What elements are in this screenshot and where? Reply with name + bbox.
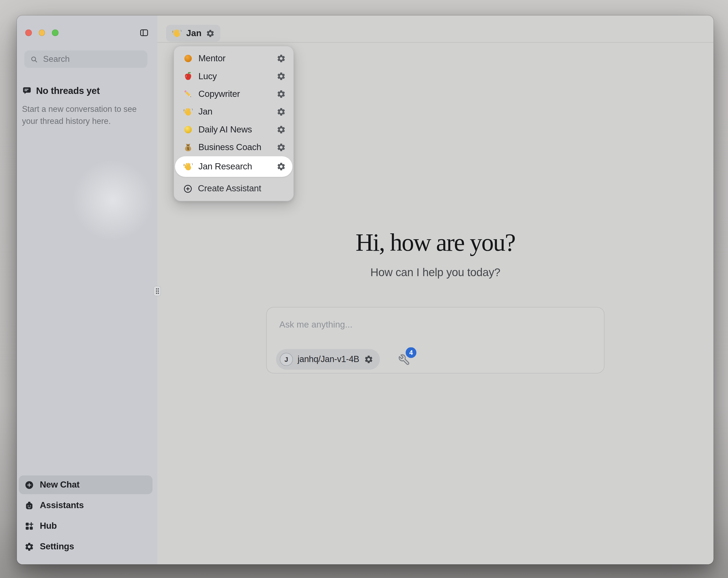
sidebar-resize-handle[interactable] <box>154 286 161 296</box>
sidebar-toggle-icon <box>139 28 149 37</box>
menu-item-daily-ai-news[interactable]: Daily AI News <box>175 121 292 139</box>
gear-icon <box>24 542 34 552</box>
model-selector-button[interactable]: J janhq/Jan-v1-4B <box>276 349 380 370</box>
gear-icon[interactable] <box>206 29 214 38</box>
waving-hand-icon <box>183 107 193 117</box>
greeting-title: Hi, how are you? <box>157 228 713 256</box>
menu-item-copywriter[interactable]: Copywriter <box>175 85 292 103</box>
menu-item-label: Lucy <box>198 71 271 81</box>
plus-circle-icon <box>24 480 34 490</box>
sidebar-item-new-chat[interactable]: New Chat <box>19 476 153 494</box>
search-input[interactable] <box>42 54 141 65</box>
waving-hand-icon <box>183 161 193 172</box>
red-apple-icon <box>183 71 193 81</box>
chat-bubble-icon <box>22 86 32 96</box>
tools-button[interactable]: 4 <box>398 352 417 371</box>
minimize-button[interactable] <box>38 29 45 36</box>
search-icon <box>30 55 38 63</box>
pencil-icon <box>183 89 193 99</box>
close-button[interactable] <box>25 29 31 36</box>
empty-state-title: No threads yet <box>36 85 100 96</box>
gear-icon[interactable] <box>277 143 286 152</box>
model-avatar: J <box>280 353 293 366</box>
sidebar-nav: New Chat Assistants Hub Settings <box>19 474 153 556</box>
tools-count-badge: 4 <box>406 347 416 358</box>
model-name: janhq/Jan-v1-4B <box>297 354 359 365</box>
menu-item-lucy[interactable]: Lucy <box>175 68 292 85</box>
active-assistant-name: Jan <box>186 28 202 38</box>
orange-circle-icon <box>183 53 193 64</box>
waving-hand-icon <box>172 28 182 38</box>
gear-icon[interactable] <box>364 355 373 364</box>
gear-icon[interactable] <box>277 125 286 134</box>
sidebar-item-label: Settings <box>40 541 74 552</box>
sidebar: No threads yet Start a new conversation … <box>17 16 158 564</box>
main-header <box>157 16 713 43</box>
menu-item-jan-research[interactable]: Jan Research <box>175 156 292 177</box>
sidebar-item-settings[interactable]: Settings <box>19 537 153 556</box>
threads-empty-state: No threads yet Start a new conversation … <box>22 85 145 127</box>
menu-item-label: Create Assistant <box>198 183 286 194</box>
plus-circle-outline-icon <box>183 183 193 194</box>
greeting-subtitle: How can I help you today? <box>157 266 713 279</box>
menu-item-label: Jan <box>198 107 271 117</box>
menu-item-mentor[interactable]: Mentor <box>175 50 292 67</box>
gear-icon[interactable] <box>277 72 286 81</box>
menu-item-label: Jan Research <box>198 161 271 172</box>
menu-separator <box>175 177 292 180</box>
gear-icon[interactable] <box>277 162 286 171</box>
sidebar-item-label: New Chat <box>40 479 80 490</box>
empty-state-description-line2: your thread history here. <box>22 115 145 127</box>
greeting: Hi, how are you? How can I help you toda… <box>157 228 713 279</box>
menu-item-business-coach[interactable]: Business Coach <box>175 139 292 156</box>
sidebar-item-assistants[interactable]: Assistants <box>19 496 153 515</box>
menu-item-create-assistant[interactable]: Create Assistant <box>175 180 292 198</box>
sidebar-item-label: Hub <box>40 521 57 531</box>
menu-item-label: Daily AI News <box>198 124 271 134</box>
gear-icon[interactable] <box>277 90 286 99</box>
menu-item-label: Business Coach <box>198 142 271 153</box>
money-bag-icon <box>183 142 193 153</box>
assistant-selector-button[interactable]: Jan <box>166 25 220 42</box>
sidebar-item-hub[interactable]: Hub <box>19 517 153 535</box>
search-bar[interactable] <box>24 51 148 68</box>
chat-composer: J janhq/Jan-v1-4B 4 <box>266 307 604 373</box>
sidebar-item-label: Assistants <box>40 500 84 510</box>
chat-input[interactable] <box>278 319 592 341</box>
gear-icon[interactable] <box>277 54 286 63</box>
desktop: No threads yet Start a new conversation … <box>0 0 728 578</box>
robot-icon <box>24 500 34 510</box>
hub-grid-icon <box>24 521 34 531</box>
sidebar-toggle-button[interactable] <box>139 28 149 37</box>
empty-state-description-line1: Start a new conversation to see <box>22 103 145 115</box>
menu-item-jan[interactable]: Jan <box>175 103 292 121</box>
menu-item-label: Copywriter <box>198 89 271 99</box>
assistant-dropdown-menu: Mentor Lucy Copywriter Jan <box>174 46 294 201</box>
drag-dots-icon <box>155 288 159 294</box>
main-area: Jan Mentor Lucy Copywriter <box>157 16 713 564</box>
yellow-circle-icon <box>183 124 193 134</box>
gear-icon[interactable] <box>277 107 286 117</box>
menu-item-label: Mentor <box>198 53 271 64</box>
zoom-button[interactable] <box>52 29 58 36</box>
app-window: No threads yet Start a new conversation … <box>17 16 713 564</box>
window-controls <box>25 29 58 36</box>
